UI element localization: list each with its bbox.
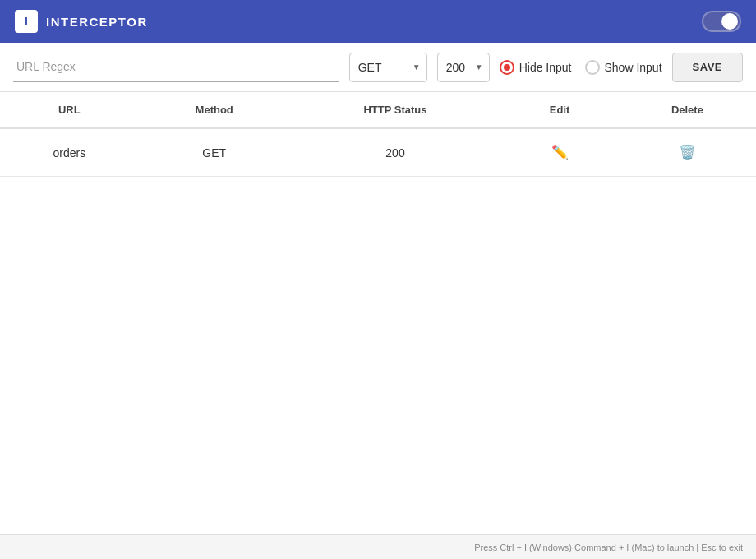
app-logo: I bbox=[15, 10, 38, 33]
edit-icon[interactable]: ✏️ bbox=[548, 141, 572, 164]
main-content: URL Method HTTP Status Edit Delete order… bbox=[0, 92, 756, 534]
row-method: GET bbox=[139, 128, 290, 177]
app-title: INTERCEPTOR bbox=[46, 15, 148, 29]
col-url: URL bbox=[0, 92, 139, 128]
table-header-row: URL Method HTTP Status Edit Delete bbox=[0, 92, 756, 128]
col-delete: Delete bbox=[619, 92, 756, 128]
col-edit: Edit bbox=[500, 92, 619, 128]
row-url: orders bbox=[0, 128, 139, 177]
hide-input-radio[interactable] bbox=[500, 60, 514, 75]
row-delete-cell: 🗑️ bbox=[619, 128, 756, 177]
hide-input-option[interactable]: Hide Input bbox=[500, 60, 572, 75]
header-left: I INTERCEPTOR bbox=[15, 10, 148, 33]
table-header: URL Method HTTP Status Edit Delete bbox=[0, 92, 756, 128]
table-body: ordersGET200✏️🗑️ bbox=[0, 128, 756, 177]
method-dropdown-wrapper: GETPOSTPUTDELETEPATCH ▼ bbox=[349, 53, 427, 82]
status-dropdown[interactable]: 200201400401403404500 bbox=[437, 53, 490, 82]
show-input-label: Show Input bbox=[605, 61, 662, 74]
footer-hint: Press Ctrl + I (Windows) Command + I (Ma… bbox=[474, 543, 743, 552]
save-button[interactable]: SAVE bbox=[672, 53, 743, 82]
app-header: I INTERCEPTOR bbox=[0, 0, 756, 43]
url-regex-input[interactable] bbox=[13, 53, 339, 82]
logo-letter: I bbox=[25, 15, 28, 28]
show-input-option[interactable]: Show Input bbox=[585, 60, 662, 75]
footer: Press Ctrl + I (Windows) Command + I (Ma… bbox=[0, 534, 756, 559]
delete-icon[interactable]: 🗑️ bbox=[675, 141, 699, 164]
toggle-switch[interactable] bbox=[702, 11, 741, 32]
rules-table: URL Method HTTP Status Edit Delete order… bbox=[0, 92, 756, 177]
col-method: Method bbox=[139, 92, 290, 128]
method-dropdown[interactable]: GETPOSTPUTDELETEPATCH bbox=[349, 53, 427, 82]
toggle-knob bbox=[721, 13, 738, 30]
status-dropdown-wrapper: 200201400401403404500 ▼ bbox=[437, 53, 490, 82]
table-row: ordersGET200✏️🗑️ bbox=[0, 128, 756, 177]
row-status: 200 bbox=[290, 128, 501, 177]
input-radio-group: Hide Input Show Input bbox=[500, 60, 662, 75]
show-input-radio[interactable] bbox=[585, 60, 600, 75]
col-status: HTTP Status bbox=[290, 92, 501, 128]
toolbar: GETPOSTPUTDELETEPATCH ▼ 2002014004014034… bbox=[0, 43, 756, 92]
hide-input-dot bbox=[504, 64, 510, 71]
row-edit-cell: ✏️ bbox=[500, 128, 619, 177]
hide-input-label: Hide Input bbox=[519, 61, 572, 74]
